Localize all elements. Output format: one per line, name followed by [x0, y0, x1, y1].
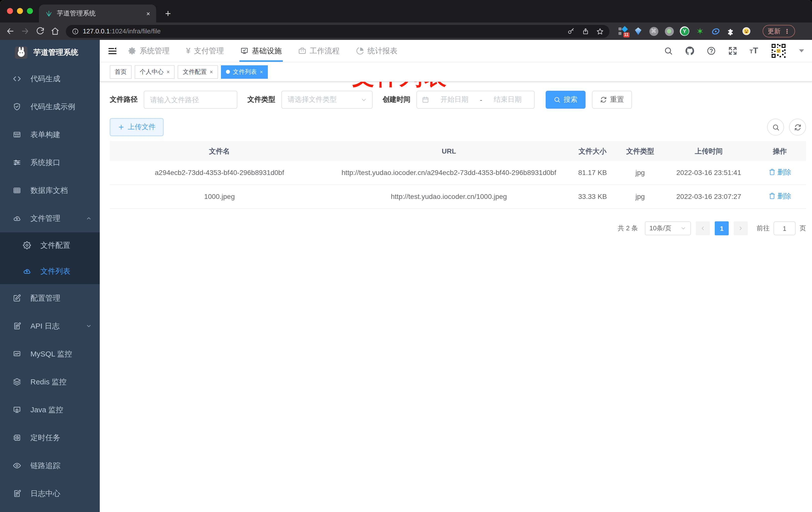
delete-button[interactable]: 删除 — [768, 190, 791, 202]
monitor-chart-icon — [13, 350, 21, 358]
date-range-picker[interactable]: 开始日期 - 结束日期 — [416, 91, 535, 109]
browser-menu-icon[interactable]: ⋮ — [784, 28, 790, 35]
sidebar-item-redis-monitor[interactable]: Redis 监控 — [0, 368, 100, 396]
close-window-button[interactable] — [7, 8, 13, 14]
site-info-icon[interactable] — [72, 28, 79, 35]
sidebar-item-api-log[interactable]: API 日志 — [0, 312, 100, 340]
extension-gem-icon[interactable] — [633, 26, 643, 36]
sidebar-item-code-generation[interactable]: 代码生成 — [0, 65, 100, 93]
search-icon[interactable] — [664, 47, 673, 55]
reload-icon[interactable] — [36, 27, 45, 35]
tags-view-bar: 首页个人中心×文件配置×文件列表× — [100, 62, 812, 82]
tag-个人中心[interactable]: 个人中心× — [135, 65, 175, 79]
topnav-item-workflow[interactable]: 工作流程 — [298, 40, 340, 62]
sidebar-item-code-example[interactable]: 代码生成示例 — [0, 93, 100, 121]
toggle-search-button[interactable] — [767, 119, 784, 135]
extension-grid-icon[interactable]: 11 — [618, 26, 628, 36]
sidebar-item-log-center[interactable]: 日志中心 — [0, 480, 100, 508]
sidebar-logo-row[interactable]: 芋道管理系统 — [0, 40, 100, 65]
extensions-area: 11 ⌘ Y ✶ — [618, 26, 751, 36]
cell-file-type: jpg — [616, 163, 664, 182]
update-label: 更新 — [767, 27, 781, 36]
url-bar[interactable]: 127.0.0.1:1024/infra/file/file — [66, 25, 609, 38]
reset-button[interactable]: 重置 — [592, 91, 632, 109]
upload-file-button[interactable]: 上传文件 — [110, 118, 164, 136]
forward-icon[interactable] — [21, 27, 29, 35]
sidebar-item-label: 代码生成 — [30, 74, 60, 84]
sidebar-item-cron-job[interactable]: 定时任务 — [0, 424, 100, 452]
share-icon[interactable] — [582, 28, 589, 35]
extension-star-icon[interactable]: ✶ — [695, 26, 705, 36]
topnav-item-infra[interactable]: 基础设施 — [240, 40, 282, 62]
refresh-table-button[interactable] — [789, 119, 806, 135]
next-page-button[interactable] — [734, 221, 748, 235]
sidebar-item-mysql-monitor[interactable]: MySQL 监控 — [0, 340, 100, 368]
topnav-item-report[interactable]: 统计报表 — [356, 40, 398, 62]
filter-form: 文件路径 文件类型 请选择文件类型 创建时间 开始日期 - 结束日期 — [110, 91, 812, 109]
extension-record-icon[interactable] — [664, 26, 674, 36]
extension-eye-icon[interactable] — [711, 26, 720, 36]
new-tab-button[interactable]: + — [165, 8, 171, 19]
table-row: 1000.jpeghttp://test.yudao.iocoder.cn/10… — [110, 185, 806, 209]
file-type-select[interactable]: 请选择文件类型 — [281, 91, 373, 109]
sidebar-item-label: 数据库文档 — [30, 186, 68, 195]
sidebar-item-form-builder[interactable]: 表单构建 — [0, 121, 100, 149]
page-size-select[interactable]: 10条/页 — [645, 221, 691, 235]
fullscreen-icon[interactable] — [728, 47, 737, 55]
url-host: 127.0.0.1 — [83, 27, 110, 35]
current-page-button[interactable]: 1 — [715, 221, 729, 235]
help-icon[interactable] — [707, 47, 716, 55]
tag-文件配置[interactable]: 文件配置× — [178, 65, 218, 79]
zoom-window-button[interactable] — [27, 8, 33, 14]
browser-tab-title: 芋道管理系统 — [57, 9, 96, 18]
tab-close-icon[interactable]: × — [146, 10, 150, 17]
extension-puzzle-icon[interactable] — [726, 26, 736, 36]
tag-close-icon[interactable]: × — [210, 69, 213, 75]
chrome-update-button[interactable]: 更新 ⋮ — [763, 25, 795, 37]
sidebar-item-java-monitor[interactable]: Java 监控 — [0, 396, 100, 424]
sidebar-item-label: 文件配置 — [40, 241, 70, 250]
column-header: 上传时间 — [664, 141, 754, 161]
tag-label: 首页 — [115, 67, 127, 76]
goto-page-input[interactable] — [774, 221, 795, 235]
sidebar-item-label: 日志中心 — [30, 489, 60, 498]
tag-close-icon[interactable]: × — [167, 69, 170, 75]
home-icon[interactable] — [51, 27, 59, 35]
timer-icon — [13, 434, 21, 442]
user-avatar[interactable] — [771, 43, 787, 59]
tag-首页[interactable]: 首页 — [110, 65, 132, 79]
sidebar-item-trace[interactable]: 链路追踪 — [0, 452, 100, 480]
avatar-caret-icon[interactable] — [799, 49, 804, 52]
sidebar-item-file-config[interactable]: 文件配置 — [0, 232, 100, 258]
sidebar-collapse-icon[interactable] — [108, 46, 117, 56]
cell-upload-time: 2022-03-16 23:51:41 — [664, 163, 754, 182]
yen-icon: ¥ — [186, 47, 191, 55]
cloud-down-icon — [13, 214, 21, 222]
sidebar-item-db-doc[interactable]: 数据库文档 — [0, 177, 100, 204]
back-icon[interactable] — [6, 27, 14, 35]
topnav-item-system[interactable]: 系统管理 — [128, 40, 170, 62]
gear-solid-icon — [128, 47, 136, 55]
sidebar-item-file-manage[interactable]: 文件管理 — [0, 204, 100, 232]
tag-close-icon[interactable]: × — [260, 69, 263, 75]
delete-button[interactable]: 删除 — [768, 167, 791, 178]
tag-文件列表[interactable]: 文件列表× — [221, 65, 268, 79]
sidebar-item-file-list[interactable]: 文件列表 — [0, 258, 100, 284]
extension-command-icon[interactable]: ⌘ — [649, 26, 658, 36]
prev-page-button[interactable] — [696, 221, 710, 235]
font-size-icon[interactable]: TT — [750, 46, 758, 56]
topnav-item-payment[interactable]: ¥支付管理 — [186, 40, 224, 62]
github-icon[interactable] — [685, 47, 694, 55]
sidebar-item-system-api[interactable]: 系统接口 — [0, 149, 100, 177]
file-path-input[interactable] — [144, 91, 237, 109]
extension-emoji-icon[interactable] — [742, 26, 751, 36]
sidebar-item-label: 定时任务 — [30, 433, 60, 443]
sidebar-item-config-manage[interactable]: 配置管理 — [0, 284, 100, 312]
browser-tab[interactable]: 芋道管理系统 × — [39, 4, 156, 23]
password-key-icon[interactable] — [568, 28, 575, 35]
extension-y-icon[interactable]: Y — [680, 26, 689, 36]
minimize-window-button[interactable] — [17, 8, 23, 14]
tag-label: 文件配置 — [183, 67, 207, 76]
bookmark-star-icon[interactable] — [597, 28, 604, 35]
search-button[interactable]: 搜索 — [546, 91, 585, 109]
